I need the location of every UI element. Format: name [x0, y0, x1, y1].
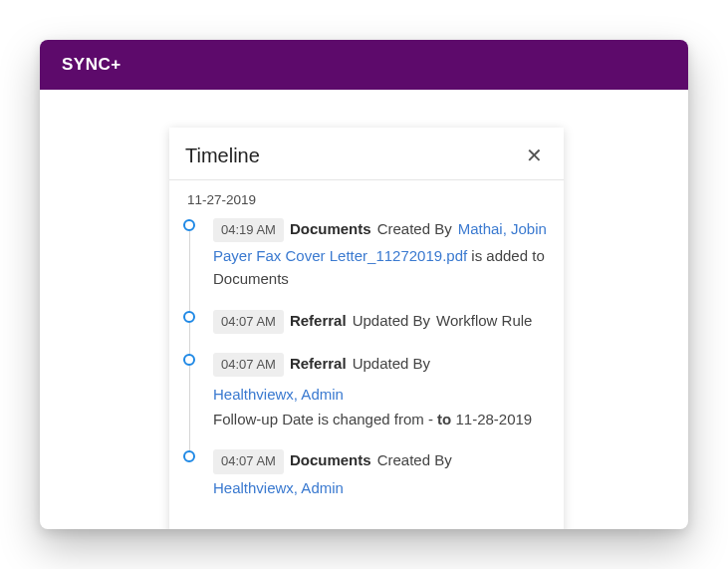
- app-window: SYNC+ Timeline ✕ 11-27-2019 04:19 AM Doc…: [40, 40, 688, 529]
- timeline-date: 11-27-2019: [183, 186, 550, 217]
- actor-link[interactable]: Healthviewx, Admin: [213, 479, 344, 496]
- timeline-marker-icon: [183, 311, 195, 323]
- timeline-item: 04:07 AM Documents Created By Healthview…: [183, 448, 550, 516]
- timeline-item: 04:19 AM Documents Created By Mathai, Jo…: [183, 217, 550, 309]
- detail-bold: to: [437, 411, 451, 427]
- action-text: Updated By: [353, 309, 430, 332]
- detail-pre: Follow-up Date is changed from -: [213, 411, 437, 427]
- category-label: Documents: [290, 217, 371, 240]
- timeline-summary: 04:07 AM Referral Updated By Workflow Ru…: [213, 309, 550, 334]
- timeline-marker-icon: [183, 450, 195, 462]
- time-badge: 04:07 AM: [213, 449, 284, 473]
- timeline-panel: Timeline ✕ 11-27-2019 04:19 AM Documents…: [169, 128, 564, 529]
- timeline-item: 04:07 AM Referral Updated By Workflow Ru…: [183, 309, 550, 352]
- timeline-summary: 04:07 AM Referral Updated By Healthviewx…: [213, 352, 550, 406]
- document-link[interactable]: Payer Fax Cover Letter_11272019.pdf: [213, 247, 467, 264]
- category-label: Referral: [290, 352, 347, 375]
- timeline-detail: Follow-up Date is changed from - to 11-2…: [213, 408, 550, 430]
- close-icon: ✕: [526, 145, 543, 165]
- app-brand: SYNC+: [62, 55, 121, 75]
- close-button[interactable]: ✕: [520, 142, 548, 169]
- action-text: Created By: [377, 448, 452, 471]
- category-label: Documents: [290, 448, 371, 471]
- panel-title: Timeline: [185, 144, 260, 167]
- panel-body[interactable]: 11-27-2019 04:19 AM Documents Created By…: [169, 180, 564, 529]
- timeline-item: 04:07 AM Referral Updated By Healthviewx…: [183, 352, 550, 449]
- app-header: SYNC+: [40, 40, 688, 90]
- time-badge: 04:07 AM: [213, 353, 284, 377]
- time-badge: 04:19 AM: [213, 218, 284, 242]
- timeline-detail: Payer Fax Cover Letter_11272019.pdf is a…: [213, 244, 550, 291]
- timeline-marker-icon: [183, 219, 195, 231]
- category-label: Referral: [290, 309, 347, 332]
- action-text: Updated By: [353, 352, 430, 375]
- panel-header: Timeline ✕: [169, 128, 564, 180]
- timeline-summary: 04:19 AM Documents Created By Mathai, Jo…: [213, 217, 550, 242]
- time-badge: 04:07 AM: [213, 310, 284, 334]
- detail-post: 11-28-2019: [451, 411, 532, 427]
- timeline-connector: [189, 231, 190, 317]
- action-text: Created By: [377, 217, 452, 240]
- timeline-connector: [189, 366, 190, 457]
- actor-text: Workflow Rule: [436, 309, 532, 332]
- timeline-summary: 04:07 AM Documents Created By: [213, 448, 550, 473]
- actor-link[interactable]: Mathai, Jobin: [458, 217, 547, 240]
- timeline-marker-icon: [183, 354, 195, 366]
- actor-link[interactable]: Healthviewx, Admin: [213, 383, 344, 406]
- timeline-detail: Healthviewx, Admin: [213, 476, 550, 499]
